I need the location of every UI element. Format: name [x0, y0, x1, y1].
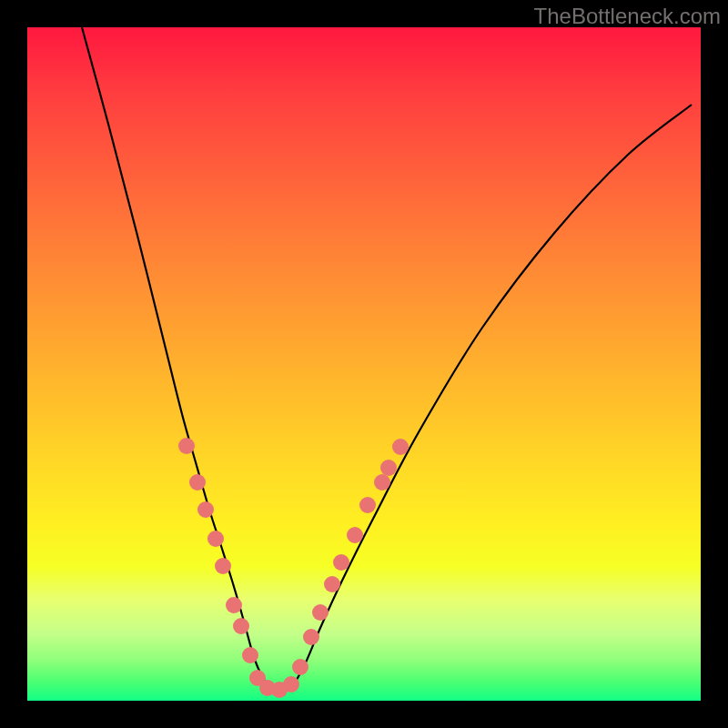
- marker-dot: [312, 604, 329, 621]
- outer-frame: TheBottleneck.com: [0, 0, 728, 728]
- marker-dot: [333, 554, 349, 571]
- watermark-text: TheBottleneck.com: [534, 4, 721, 29]
- plot-area: [27, 27, 701, 701]
- marker-dot: [226, 597, 242, 613]
- marker-dot: [207, 531, 224, 547]
- marker-dot: [242, 647, 258, 663]
- main-curve: [82, 27, 692, 692]
- marker-dot: [324, 576, 340, 592]
- marker-dot: [359, 497, 376, 513]
- marker-dot: [178, 438, 195, 454]
- marker-dot: [392, 439, 409, 455]
- marker-dot: [380, 460, 397, 476]
- marker-dot: [283, 676, 299, 693]
- marker-dot: [292, 659, 308, 675]
- marker-dot: [189, 474, 206, 490]
- chart-svg: [27, 27, 701, 701]
- marker-dots: [178, 438, 409, 698]
- marker-dot: [197, 501, 214, 518]
- marker-dot: [215, 558, 231, 574]
- marker-dot: [233, 618, 249, 634]
- marker-dot: [374, 474, 390, 490]
- marker-dot: [303, 629, 319, 645]
- marker-dot: [347, 527, 363, 543]
